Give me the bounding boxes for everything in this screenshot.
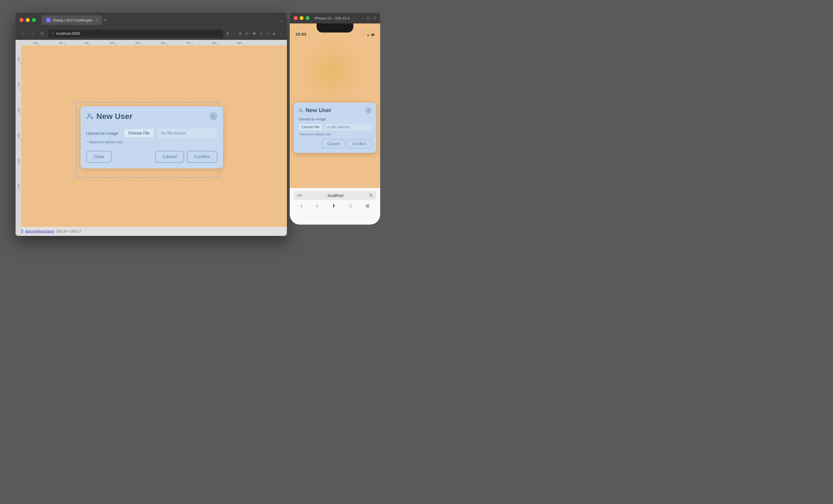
iphone-time: 10:03 [295,32,306,36]
iphone-new-user-icon [298,108,303,113]
close-traffic-light[interactable] [20,18,23,22]
iphone-mockup: iPhone 13 – iOS 15.4 ⌂ ⊡ ↺ 10:03 ··· ▲ ▮… [290,13,380,225]
iphone-status-icons: ··· ▲ ▮▮ [363,33,375,36]
address-text: localhost:3000 [56,31,80,35]
iphone-toolbar: ⌂ ⊡ ↺ [361,16,376,20]
iphone-choose-file-button[interactable]: Choose File [298,123,323,131]
iphone-tabs-button[interactable]: ⊞ [366,203,370,208]
minimize-traffic-light[interactable] [26,18,30,22]
svg-text:600: 600 [161,42,165,44]
iphone-bookmarks-button[interactable]: □ [349,203,352,208]
svg-text:800: 800 [212,42,216,44]
iphone-no-file-text: no file selected [325,124,372,130]
svg-text:400: 400 [17,133,20,137]
browser-addressbar: ‹ › ↻ ⓘ localhost:3000 ⊕ ↑ ★ ⊙ ✤ ≡ ▭ ● ⋮ [16,27,287,40]
maximize-traffic-light[interactable] [32,18,36,22]
tab-title: Dialog | GUI Challenges [53,18,92,22]
page-background: New User × Upload an image Choose File N… [21,46,287,227]
iphone-reload-button[interactable]: ↻ [369,193,373,198]
upload-icon[interactable]: ↑ [233,31,235,36]
tab-bar: ⬡ Dialog | GUI Challenges × + ⌄ [42,15,283,25]
svg-text:300: 300 [17,108,20,112]
iphone-screen: 10:03 ··· ▲ ▮▮ New Us [290,23,380,225]
iphone-forward-button[interactable]: › [316,203,318,209]
iphone-titlebar: iPhone 13 – iOS 15.4 ⌂ ⊡ ↺ [290,13,380,23]
tab-close-icon[interactable]: × [96,18,97,22]
confirm-button[interactable]: Confirm [187,151,217,163]
profile-icon[interactable]: ● [273,31,275,36]
svg-text:300: 300 [85,42,89,44]
svg-text:500: 500 [17,159,20,163]
iphone-share-button[interactable]: ⬆ [332,203,335,208]
menu-icon[interactable]: ⋮ [279,31,283,36]
view-icon[interactable]: ▭ [265,31,269,36]
iphone-back-button[interactable]: ‹ [301,203,303,209]
iphone-traffic-lights [294,16,310,20]
reload-button[interactable]: ↻ [39,31,46,36]
forward-button[interactable]: › [29,31,36,36]
status-selector-text: dialog#MegaDialog [25,229,54,233]
dialog-footer: Clear Cancel Confirm [86,150,217,163]
upload-label: Upload an image [86,131,120,135]
dialog-body: Upload an image Choose File No file chos… [80,125,223,168]
svg-text:600: 600 [17,184,20,188]
back-button[interactable]: ‹ [20,31,26,36]
new-tab-button[interactable]: + [104,17,107,23]
iphone-maximize-light[interactable] [306,16,310,20]
iphone-close-light[interactable] [294,16,298,20]
extensions-icon[interactable]: ⊙ [245,31,249,36]
clear-button[interactable]: Clear [86,151,112,163]
iphone-dialog: New User × Upload an image Choose File n… [294,103,376,153]
svg-point-36 [300,109,301,110]
choose-file-button[interactable]: Choose File [123,128,154,138]
iphone-home-icon[interactable]: ⌂ [361,16,364,20]
battery-icon: ▮▮ [371,33,375,36]
iphone-frame: 10:03 ··· ▲ ▮▮ New Us [290,23,380,225]
iphone-dialog-close-button[interactable]: × [365,107,372,114]
iphone-url-text[interactable]: localhost [304,193,367,198]
svg-text:900: 900 [237,42,241,44]
iphone-url-bar[interactable]: AA localhost ↻ [294,191,376,200]
new-user-icon [86,113,94,120]
iphone-cancel-button[interactable]: Cancel [322,139,345,148]
share-icon[interactable]: ⊕ [226,31,230,36]
iphone-dialog-footer: Cancel Confirm [298,139,372,148]
lock-icon: ⓘ [51,31,54,36]
cancel-button[interactable]: Cancel [155,151,184,163]
svg-text:700: 700 [186,42,191,44]
iphone-upload-label: Upload an image [298,117,372,121]
iphone-rotate-icon[interactable]: ↺ [373,16,376,20]
svg-text:500: 500 [135,42,140,44]
iphone-dialog-header: New User × [298,107,372,114]
tab-favicon-icon: ⬡ [46,18,51,22]
no-file-text: No file chosen [158,129,217,137]
ruler-corner [16,40,21,46]
svg-point-31 [88,114,91,117]
ruler-top: 100 200 300 400 500 600 700 800 900 [21,40,287,46]
dialog-desktop: New User × Upload an image Choose File N… [80,106,223,168]
svg-text:100: 100 [17,57,20,61]
iphone-confirm-button[interactable]: Confirm [347,139,372,148]
status-bar: dialog#MegaDialog 520.29 × 263.17 [16,227,287,236]
list-icon[interactable]: ≡ [260,31,262,36]
active-tab[interactable]: ⬡ Dialog | GUI Challenges × [42,15,102,25]
iphone-aa-label[interactable]: AA [297,193,302,198]
iphone-screenshot-icon[interactable]: ⊡ [366,16,370,20]
browser-content: 100 200 300 400 500 600 700 800 900 100 … [16,40,287,236]
browser-window: ⬡ Dialog | GUI Challenges × + ⌄ ‹ › ↻ ⓘ … [16,13,287,236]
iphone-notch [316,23,353,32]
address-bar[interactable]: ⓘ localhost:3000 [48,30,223,37]
dialog-header: New User × [80,106,223,125]
upload-hint: * Maximum upload 1mb [86,140,217,144]
puzzle-icon[interactable]: ✤ [253,31,256,36]
traffic-lights [20,18,36,22]
iphone-title: iPhone 13 – iOS 15.4 [315,16,350,20]
svg-text:200: 200 [17,82,20,87]
dialog-close-button[interactable]: × [210,112,217,120]
tab-more-icon[interactable]: ⌄ [280,18,283,22]
iphone-minimize-light[interactable] [300,16,304,20]
iphone-bottom-bar: AA localhost ↻ ‹ › ⬆ □ ⊞ [290,188,380,225]
browser-titlebar: ⬡ Dialog | GUI Challenges × + ⌄ [16,13,287,27]
iphone-file-row: Choose File no file selected [298,123,372,131]
bookmark-icon[interactable]: ★ [238,31,242,36]
